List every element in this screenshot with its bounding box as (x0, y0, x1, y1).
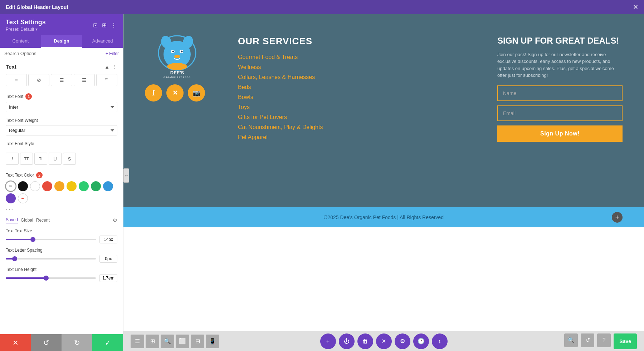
settings-button[interactable]: ⚙ (395, 333, 410, 349)
color-swatch-custom[interactable]: ✏ (6, 181, 16, 191)
history-button[interactable]: ↺ (581, 333, 594, 347)
global-tab[interactable]: Global (21, 217, 33, 223)
right-preview: DEE'S ORGANIC PET FOOD f ✕ 📷 Our Service… (123, 14, 644, 351)
collapse-icon[interactable]: ▲ (104, 64, 109, 70)
more-icon[interactable]: ⋮ (110, 21, 117, 29)
service-link-1[interactable]: Wellness (238, 64, 483, 70)
align-center-button[interactable]: ☰ (51, 74, 72, 86)
color-swatch-yellow[interactable] (67, 181, 77, 191)
close-button[interactable]: ✕ (633, 3, 638, 11)
signup-button[interactable]: Sign Up Now! (497, 125, 623, 142)
services-title: Our Services (238, 36, 483, 47)
instagram-icon[interactable]: 📷 (188, 84, 205, 102)
small-caps-button[interactable]: Tt (34, 153, 47, 165)
delete-button[interactable]: 🗑 (357, 333, 373, 349)
filter-button[interactable]: + Filter (106, 51, 119, 56)
cancel-button[interactable]: ✕ (0, 334, 31, 351)
panel-title: Text Settings (6, 19, 46, 26)
zoom-button[interactable]: 🔍 (564, 333, 578, 347)
italic-button[interactable]: I (6, 153, 19, 165)
color-gear-icon[interactable]: ⚙ (113, 217, 117, 223)
toolbar-search-button[interactable]: 🔍 (161, 335, 174, 348)
align-left-button[interactable]: ≡ (6, 74, 27, 86)
toolbar-monitor-button[interactable]: ⬜ (176, 335, 189, 348)
strikethrough-button[interactable]: S (63, 153, 76, 165)
color-swatch-orange[interactable] (54, 181, 64, 191)
toolbar-columns-button[interactable]: ⊟ (191, 335, 204, 348)
text-font-weight-select[interactable]: Regular (6, 125, 117, 135)
white-space (123, 227, 644, 331)
color-swatch-green-light[interactable] (79, 181, 89, 191)
signup-desc: Join our pack! Sign up for our newslette… (497, 51, 623, 79)
service-link-3[interactable]: Beds (238, 84, 483, 90)
toolbar-mobile-button[interactable]: 📱 (206, 335, 219, 348)
color-swatch-red[interactable] (42, 181, 52, 191)
text-size-value[interactable]: 14px (99, 236, 117, 243)
redo-button[interactable]: ↻ (62, 334, 92, 351)
underline-button[interactable]: U (49, 153, 62, 165)
add-button[interactable]: + (320, 333, 336, 349)
help-button[interactable]: ? (597, 333, 611, 347)
align-none-button[interactable]: ⊘ (28, 74, 49, 86)
letter-spacing-value[interactable]: 0px (99, 255, 117, 263)
color-swatch-blue[interactable] (103, 181, 113, 191)
color-swatch-black[interactable] (18, 181, 28, 191)
more-options-icon[interactable]: ⋮ (112, 64, 117, 70)
service-link-2[interactable]: Collars, Leashes & Harnesses (238, 74, 483, 80)
letter-spacing-row: Text Letter Spacing 0px (0, 246, 123, 265)
color-swatch-pen[interactable]: ✒ (18, 193, 28, 203)
line-height-track[interactable] (6, 277, 96, 279)
schedule-button[interactable]: 🕐 (413, 333, 429, 349)
footer-signup-column: Sign Up For Great Deals! Join our pack! … (497, 32, 623, 189)
confirm-button[interactable]: ✓ (92, 334, 123, 351)
service-link-8[interactable]: Pet Apparel (238, 134, 483, 140)
service-link-0[interactable]: Gourmet Food & Treats (238, 54, 483, 60)
panel-resize-handle[interactable]: ↔ (123, 168, 129, 183)
social-icons: f ✕ 📷 (145, 84, 224, 102)
service-link-5[interactable]: Toys (238, 104, 483, 110)
color-swatch-white[interactable] (30, 181, 40, 191)
color-swatch-purple[interactable] (6, 193, 16, 203)
service-link-7[interactable]: Cat Nourishment, Play & Delights (238, 124, 483, 130)
name-input[interactable] (497, 85, 623, 101)
facebook-icon[interactable]: f (145, 84, 162, 102)
toolbar-grid-button[interactable]: ⊞ (146, 335, 159, 348)
text-color-label: Text Text Color (6, 173, 34, 178)
power-button[interactable]: ⏻ (339, 333, 355, 349)
text-size-track[interactable] (6, 239, 96, 240)
align-quote-button[interactable]: ❞ (96, 74, 117, 86)
monitor-icon[interactable]: ⊡ (92, 21, 98, 29)
all-caps-button[interactable]: TT (20, 153, 33, 165)
text-size-thumb[interactable] (30, 237, 35, 242)
line-height-thumb[interactable] (44, 276, 49, 281)
line-height-value[interactable]: 1.7em (99, 274, 117, 282)
color-swatch-green-dark[interactable] (91, 181, 101, 191)
email-input[interactable] (497, 105, 623, 121)
tab-advanced[interactable]: Advanced (82, 35, 123, 48)
panel-content: Text ▲ ⋮ ≡ ⊘ ☰ ☰ ❞ Text Font 1 (0, 59, 123, 334)
panel-preset[interactable]: Preset: Default ▾ (6, 27, 46, 32)
text-font-select[interactable]: Inter (6, 102, 117, 112)
columns-icon[interactable]: ⊞ (101, 21, 107, 29)
tab-design[interactable]: Design (41, 35, 82, 48)
letter-spacing-track[interactable] (6, 258, 96, 259)
text-font-row: Text Font 1 Inter (0, 90, 123, 115)
letter-spacing-thumb[interactable] (12, 256, 17, 261)
toolbar-menu-button[interactable]: ☰ (131, 335, 144, 348)
undo-button[interactable]: ↺ (31, 334, 62, 351)
add-section-button[interactable]: + (612, 212, 623, 223)
tab-content[interactable]: Content (0, 35, 41, 48)
text-font-style-label: Text Font Style (6, 141, 34, 146)
panel-tabs: Content Design Advanced (0, 35, 123, 48)
align-right-button[interactable]: ☰ (74, 74, 95, 86)
saved-tab[interactable]: Saved (6, 217, 18, 223)
save-button[interactable]: Save (614, 333, 637, 349)
line-height-slider: 1.7em (6, 274, 117, 282)
responsive-button[interactable]: ↕ (432, 333, 448, 349)
close-button-toolbar[interactable]: ✕ (376, 333, 392, 349)
search-input[interactable] (4, 51, 103, 56)
service-link-4[interactable]: Bowls (238, 94, 483, 100)
recent-tab[interactable]: Recent (36, 217, 50, 223)
service-link-6[interactable]: Gifts for Pet Lovers (238, 114, 483, 120)
twitter-x-icon[interactable]: ✕ (166, 84, 184, 102)
